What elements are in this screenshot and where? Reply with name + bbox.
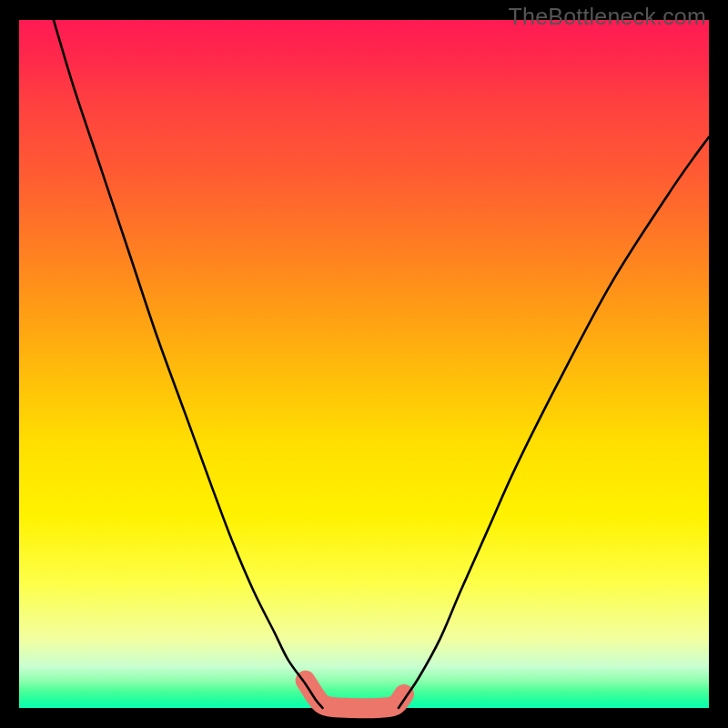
chart-frame: TheBottleneck.com	[0, 0, 728, 728]
left-curve	[54, 20, 323, 708]
curves-layer	[19, 20, 709, 708]
attribution-watermark: TheBottleneck.com	[509, 4, 706, 30]
right-curve	[399, 137, 709, 709]
